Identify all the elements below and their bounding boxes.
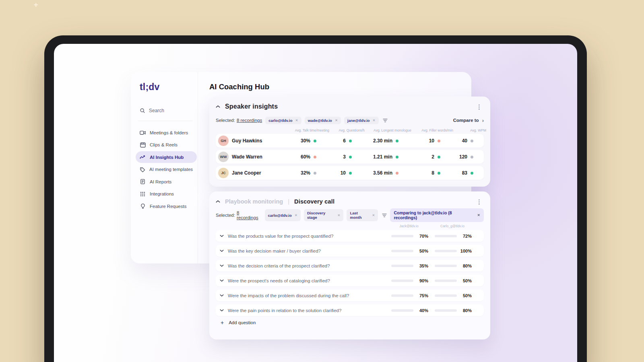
metric-cell: 8 — [398, 170, 440, 176]
sidebar-nav: Meetings & foldersClips & ReelsAI Insigh… — [140, 127, 193, 212]
question-row[interactable]: Was the key decision maker / buyer clari… — [216, 245, 484, 257]
sidebar-item-feature-requests[interactable]: Feature Requests — [136, 200, 197, 212]
score-group: 100% — [433, 249, 472, 253]
playbook-chip-discovery-stage[interactable]: Discovery stage✕ — [304, 209, 344, 221]
sidebar-item-label: AI Reports — [150, 179, 171, 184]
question-text: Was the key decision maker / buyer clari… — [228, 249, 390, 253]
sidebar-item-label: Feature Requests — [150, 204, 186, 209]
score-group: 40% — [390, 308, 428, 313]
score-group: 50% — [433, 278, 472, 283]
chip-label: Last month — [350, 211, 369, 220]
close-icon[interactable]: ✕ — [372, 213, 375, 217]
metric-value: 1.21 min — [373, 154, 392, 160]
speaker-row-wade-warren[interactable]: WWWade Warren60%31.21 min2120 — [216, 150, 484, 164]
search-label: Search — [149, 108, 164, 113]
progress-track — [435, 309, 457, 312]
question-row[interactable]: Were the impacts of the problem discusse… — [216, 290, 484, 301]
chip-label: wade@tldv.io — [308, 118, 332, 123]
speaker-row-jane-cooper[interactable]: JCJane Cooper32%103.56 min883 — [216, 166, 484, 180]
sidebar-item-clips-reels[interactable]: Clips & Reels — [136, 139, 197, 151]
chevron-down-icon[interactable] — [220, 309, 224, 312]
status-dot-good — [438, 156, 440, 158]
search-button[interactable]: Search — [140, 108, 193, 113]
sidebar-item-label: AI Insights Hub — [150, 155, 184, 160]
card-title: Discovery call — [294, 198, 334, 205]
close-icon[interactable]: ✕ — [373, 118, 376, 122]
collapse-chevron-up-icon[interactable] — [216, 105, 220, 108]
add-question-button[interactable]: + Add question — [216, 319, 484, 326]
chevron-down-icon[interactable] — [220, 294, 224, 297]
video-camera-icon — [140, 130, 146, 135]
score-group: 75% — [390, 293, 428, 298]
compare-to-button[interactable]: Compare to › — [453, 117, 484, 123]
card-title-muted: Playbook monitoring — [225, 198, 283, 205]
speaker-row-guy-hawkins[interactable]: GHGuy Hawkins30%62.30 min1040 — [216, 134, 484, 148]
close-icon[interactable]: ✕ — [335, 118, 338, 122]
selected-label: Selected: — [216, 118, 235, 123]
score-group: 50% — [433, 293, 472, 298]
kebab-menu-icon[interactable]: ⋮ — [475, 103, 484, 111]
column-header: Avg. Longest monologue — [365, 128, 411, 132]
sidebar-item-ai-meeting-templates[interactable]: AI meeting templates — [136, 164, 197, 175]
selected-count-link[interactable]: 8 recordings — [237, 118, 262, 123]
speaker-column-headers: Avg. Talk time/meeting Avg. Questions/h … — [284, 128, 484, 132]
playbook-chip-last-month[interactable]: Last month✕ — [347, 209, 378, 221]
trend-icon — [140, 155, 146, 159]
chevron-down-icon[interactable] — [220, 249, 224, 252]
speaker-chip-wade-tldv-io[interactable]: wade@tldv.io✕ — [305, 117, 341, 124]
chevron-right-icon: › — [482, 117, 484, 123]
metric-cell: 1.21 min — [352, 154, 398, 160]
progress-percent: 50% — [460, 278, 472, 283]
progress-track — [391, 280, 413, 282]
sidebar-item-meetings-folders[interactable]: Meetings & folders — [136, 127, 197, 138]
question-row[interactable]: Was the decision criteria of the prospec… — [216, 260, 484, 272]
score-group: 90% — [390, 278, 428, 283]
question-row[interactable]: Were the pain points in relation to the … — [216, 304, 484, 316]
status-dot-bad — [314, 156, 316, 158]
playbook-card: Playbook monitoring | Discovery call ⋮ S… — [209, 191, 490, 339]
sidebar-item-ai-reports[interactable]: AI Reports — [136, 176, 197, 187]
tag-icon — [140, 167, 145, 172]
close-icon[interactable]: ✕ — [295, 213, 297, 217]
progress-track — [435, 250, 457, 252]
title-separator: | — [288, 198, 289, 205]
status-dot-neutral — [471, 140, 473, 142]
sidebar-item-ai-insights-hub[interactable]: AI Insights Hub — [136, 151, 197, 163]
comparing-badge[interactable]: Comparing to jack@tldv.io (8 recordings)… — [390, 208, 484, 222]
sidebar-item-integrations[interactable]: Integrations — [136, 188, 197, 200]
metric-cell: 10 — [316, 170, 352, 176]
question-text: Were the prospect's needs of cataloging … — [228, 278, 390, 283]
progress-percent: 40% — [416, 308, 428, 313]
metric-value: 40 — [462, 138, 467, 144]
question-row[interactable]: Were the prospect's needs of cataloging … — [216, 275, 484, 286]
report-icon — [140, 179, 146, 184]
page-background: + tl;dv Search Meetings & foldersClips — [0, 0, 644, 362]
score-group: 50% — [390, 249, 428, 253]
filter-icon[interactable] — [383, 118, 388, 123]
chevron-down-icon[interactable] — [220, 234, 224, 237]
speaker-chip-carlo-tldv-io[interactable]: carlo@tldv.io✕ — [265, 117, 301, 124]
question-row[interactable]: Was the products value for the prospect … — [216, 230, 484, 242]
close-icon[interactable]: ✕ — [295, 118, 298, 122]
chevron-down-icon[interactable] — [220, 279, 224, 282]
chevron-down-icon[interactable] — [220, 264, 224, 267]
progress-percent: 75% — [416, 293, 428, 298]
chip-label: Discovery stage — [307, 211, 334, 220]
decor-plus-icon: + — [34, 1, 38, 9]
progress-percent: 80% — [460, 308, 472, 313]
speaker-chip-jane-tldv-io[interactable]: jane@tldv.io✕ — [344, 117, 379, 124]
question-text: Were the impacts of the problem discusse… — [228, 293, 390, 298]
app-screen: tl;dv Search Meetings & foldersClips & R… — [54, 44, 577, 362]
close-icon[interactable]: ✕ — [477, 213, 480, 217]
filter-icon[interactable] — [382, 213, 387, 218]
metric-value: 32% — [301, 170, 310, 176]
playbook-chip-carlo-tldv-io[interactable]: carlo@tldv.io✕ — [265, 209, 301, 221]
column-header: Avg. Questions/h — [329, 128, 365, 132]
collapse-chevron-up-icon[interactable] — [216, 200, 220, 203]
selected-count-link[interactable]: 8 recordings — [237, 210, 262, 220]
add-question-label: Add question — [229, 320, 256, 325]
sidebar-divider — [198, 72, 198, 263]
close-icon[interactable]: ✕ — [337, 213, 340, 217]
kebab-menu-icon[interactable]: ⋮ — [475, 198, 484, 206]
question-text: Was the products value for the prospect … — [228, 234, 390, 239]
